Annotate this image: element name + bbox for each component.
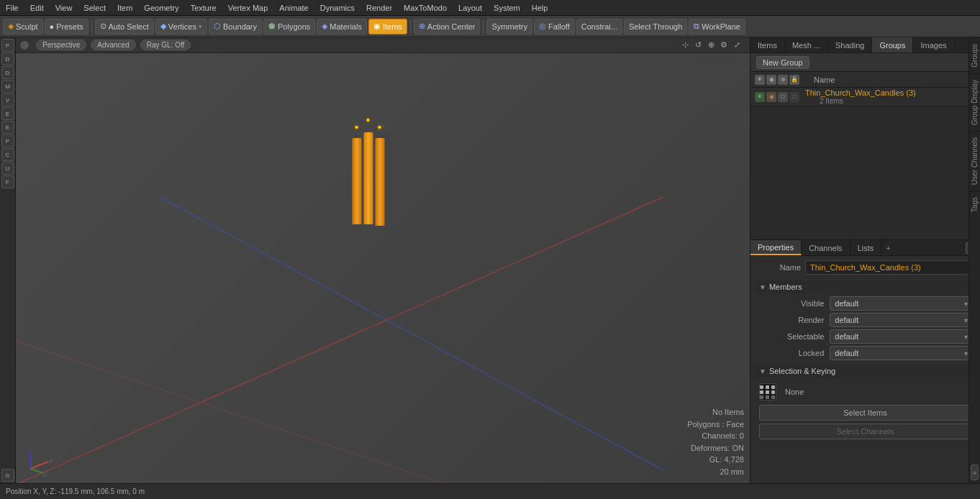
sel-keying-section-header[interactable]: ▼ Selection & Keying [755,365,976,377]
sidebar-tool-9[interactable]: C [1,148,14,161]
selectthrough-button[interactable]: Select Through [624,19,687,35]
members-section-header[interactable]: ▼ Members [755,280,976,293]
menu-animate[interactable]: Animate [273,2,314,14]
vp-transform-icon[interactable]: ⊹ [679,40,691,51]
menu-maxtomodo[interactable]: MaxToModo [398,2,453,14]
workplane-button[interactable]: ⧉ WorkPlane [689,19,745,35]
prop-name-input[interactable] [805,260,976,275]
sidebar-tool-3[interactable]: D [1,66,14,79]
polygons-button[interactable]: ⬟ Polygons [263,19,315,35]
select-channels-button[interactable]: Select Channels [759,424,971,439]
col-render-icon[interactable]: ◉ [766,75,776,85]
falloff-label: Falloff [548,22,570,31]
sidebar-bottom-tool[interactable]: ⊙ [1,469,14,482]
prop-selectable-dropdown[interactable]: default ▾ [830,329,973,344]
menu-file[interactable]: File [0,2,24,14]
tab-groups[interactable]: Groups [872,37,913,52]
group-extra-icon[interactable]: □ [789,92,799,102]
sculpt-button[interactable]: ◈ Sculpt [3,19,43,35]
viewport[interactable]: Perspective Advanced Ray GL: Off ⊹ ↺ ⊕ ⚙… [16,37,750,483]
col-select-icon[interactable]: ⊕ [778,75,788,85]
vert-tab-groups[interactable]: Groups [969,37,980,73]
props-content: Name ▼ Members Visible default ▾ [750,256,980,483]
sel-keying-content: None Select Items Select Channels [755,380,976,445]
col-name-header: Name [799,75,976,84]
stat-polygons: Polygons : Face [687,418,744,431]
group-sel-icon[interactable]: □ [778,92,788,102]
sidebar-tool-11[interactable]: F [1,175,14,188]
constrain-button[interactable]: Constrai... [576,19,622,35]
vert-tab-userchannels[interactable]: User Channels [969,131,980,191]
col-eye-icon[interactable]: 👁 [755,75,765,85]
prop-visible-dropdown[interactable]: default ▾ [830,296,973,311]
menu-geometry[interactable]: Geometry [138,2,184,14]
vert-tab-expand-btn[interactable]: » [971,464,979,480]
col-lock-icon[interactable]: 🔒 [789,75,799,85]
group-lock-icon[interactable]: ◉ [766,92,776,102]
tab-images[interactable]: Images [913,37,954,52]
symmetry-button[interactable]: Symmetry [486,19,532,35]
sidebar-tool-10[interactable]: U [1,162,14,175]
toolbar: ◈ Sculpt ● Presets ⊙ Auto Select ◆ Verti… [0,16,980,37]
menu-view[interactable]: View [50,2,78,14]
sculpt-icon: ◈ [8,22,14,31]
menu-layout[interactable]: Layout [453,2,488,14]
tab-items[interactable]: Items [750,37,785,52]
prop-visible-value: default [835,299,964,308]
new-group-button[interactable]: New Group [756,56,809,69]
menu-texture[interactable]: Texture [185,2,222,14]
tab-mesh[interactable]: Mesh ... [785,37,828,52]
menu-item[interactable]: Item [112,2,138,14]
sidebar-tool-6[interactable]: E [1,107,14,120]
props-tab-lists[interactable]: Lists [850,240,882,255]
props-tab-add[interactable]: + [881,242,894,254]
boundary-button[interactable]: ⬡ Boundary [209,19,262,35]
viewport-raygl-pill[interactable]: Ray GL: Off [140,40,191,50]
sidebar-tool-7[interactable]: E [1,121,14,134]
sidebar-tool-8[interactable]: P [1,134,14,147]
menu-render[interactable]: Render [360,2,398,14]
menu-system[interactable]: System [488,2,526,14]
boundary-icon: ⬡ [214,22,221,31]
prop-locked-dropdown[interactable]: default ▾ [830,346,973,360]
vp-rotate-icon[interactable]: ↺ [692,40,704,51]
menu-select[interactable]: Select [78,2,112,14]
menu-help[interactable]: Help [526,2,554,14]
materials-button[interactable]: ◈ Materials [317,19,367,35]
actioncenter-button[interactable]: ⊕ Action Center [414,19,481,35]
vp-expand-icon[interactable]: ⤢ [731,40,743,51]
select-items-button[interactable]: Select Items [759,405,971,421]
menu-edit[interactable]: Edit [24,2,50,14]
workplane-label: WorkPlane [702,22,740,31]
tab-shading[interactable]: Shading [828,37,872,52]
sidebar-tool-2[interactable]: D [1,52,14,65]
prop-render-dropdown[interactable]: default ▾ [830,313,973,327]
vertices-button[interactable]: ◆ Vertices ▾ [155,19,207,35]
vert-tab-groupdisplay[interactable]: Group Display [969,73,980,131]
sidebar-tool-1[interactable]: P [1,39,14,52]
sidebar-tool-5[interactable]: V [1,93,14,106]
viewport-canvas[interactable]: No Items Polygons : Face Channels: 0 Def… [16,53,750,483]
menu-dynamics[interactable]: Dynamics [314,2,360,14]
props-tab-properties[interactable]: Properties [750,240,802,255]
group-item-name[interactable]: Thin_Church_Wax_Candles (3) [805,88,967,97]
boundary-label: Boundary [223,22,257,31]
viewport-advanced-pill[interactable]: Advanced [91,40,135,50]
menu-vertexmap[interactable]: Vertex Map [222,2,274,14]
presets-button[interactable]: ● Presets [45,19,89,35]
prop-selectable-row: Selectable default ▾ [755,329,976,344]
presets-icon: ● [50,22,55,31]
group-eye-icon[interactable]: 👁 [755,92,765,102]
viewport-mode-pill[interactable]: Perspective [36,40,86,50]
sidebar-tool-4[interactable]: M [1,80,14,93]
props-tab-channels[interactable]: Channels [802,240,850,255]
falloff-button[interactable]: ◎ Falloff [534,19,575,35]
items-button[interactable]: ◉ Items [368,19,407,35]
vert-tab-tags[interactable]: Tags [969,191,980,218]
vp-zoom-icon[interactable]: ⊕ [705,40,717,51]
vp-settings-icon[interactable]: ⚙ [718,40,730,51]
props-tabs: Properties Channels Lists + ⤢ [750,240,980,256]
polygons-label: Polygons [278,22,310,31]
autoselect-button[interactable]: ⊙ Auto Select [95,19,154,35]
prop-selectable-arrow-icon: ▾ [964,333,968,341]
